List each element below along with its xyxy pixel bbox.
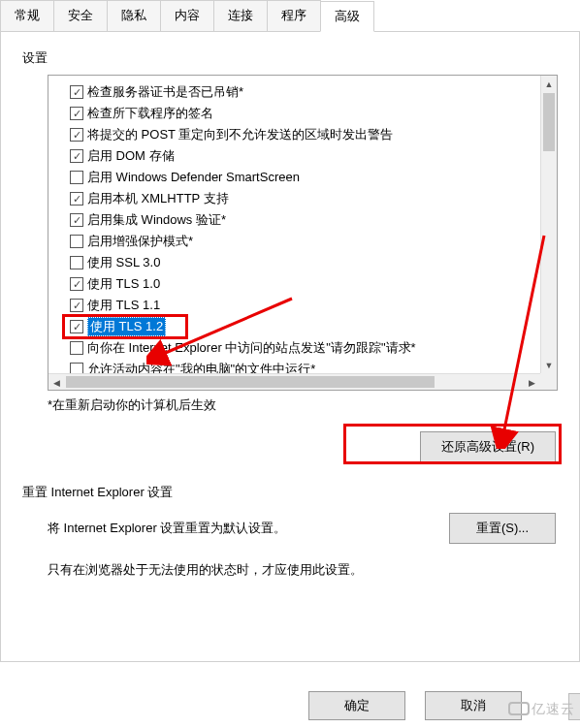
settings-listbox[interactable]: 检查服务器证书是否已吊销* 检查所下载程序的签名 将提交的 POST 重定向到不…: [48, 75, 558, 391]
scroll-right-icon[interactable]: ▶: [524, 374, 540, 391]
list-item[interactable]: 启用增强保护模式*: [68, 231, 557, 252]
horizontal-scrollbar[interactable]: ◀ ▶: [48, 373, 540, 390]
checkbox-icon[interactable]: [70, 85, 83, 99]
tab-privacy[interactable]: 隐私: [107, 0, 161, 31]
tab-content[interactable]: 内容: [160, 0, 214, 31]
checkbox-icon[interactable]: [70, 128, 83, 142]
checkbox-icon[interactable]: [70, 299, 83, 312]
reset-info: 只有在浏览器处于无法使用的状态时，才应使用此设置。: [48, 561, 558, 579]
vertical-scrollbar[interactable]: ▲ ▼: [540, 76, 557, 373]
checkbox-icon[interactable]: [70, 341, 83, 355]
checkbox-icon[interactable]: [70, 256, 83, 269]
watermark: 亿速云: [508, 700, 575, 718]
list-item-tls12[interactable]: 使用 TLS 1.2: [68, 316, 557, 337]
scroll-left-icon[interactable]: ◀: [48, 375, 65, 392]
list-item[interactable]: 向你在 Internet Explorer 中访问的站点发送"请勿跟踪"请求*: [68, 337, 557, 359]
dialog-button-row: 确定 取消: [308, 691, 522, 720]
checkbox-label: 将提交的 POST 重定向到不允许发送的区域时发出警告: [87, 126, 393, 143]
checkbox-label: 启用本机 XMLHTTP 支持: [87, 190, 229, 207]
restore-advanced-button[interactable]: 还原高级设置(R): [420, 431, 556, 462]
checkbox-icon[interactable]: [70, 213, 83, 227]
tab-programs[interactable]: 程序: [267, 0, 321, 31]
reset-description: 将 Internet Explorer 设置重置为默认设置。: [48, 520, 286, 537]
list-item[interactable]: 检查服务器证书是否已吊销*: [68, 81, 557, 103]
checkbox-label: 启用 DOM 存储: [87, 147, 175, 165]
checkbox-label: 启用增强保护模式*: [87, 233, 193, 250]
tab-connections[interactable]: 连接: [213, 0, 268, 31]
scroll-thumb[interactable]: [66, 376, 435, 388]
list-item[interactable]: 使用 TLS 1.0: [68, 273, 557, 295]
scroll-up-icon[interactable]: ▲: [541, 76, 557, 92]
restart-note: *在重新启动你的计算机后生效: [48, 396, 558, 414]
checkbox-label: 向你在 Internet Explorer 中访问的站点发送"请勿跟踪"请求*: [87, 339, 416, 357]
cancel-button[interactable]: 取消: [425, 691, 522, 720]
checkbox-label: 使用 SSL 3.0: [87, 254, 160, 271]
watermark-icon: [508, 702, 530, 715]
checkbox-icon[interactable]: [70, 277, 83, 291]
scroll-corner: [540, 373, 557, 390]
checkbox-label: 检查服务器证书是否已吊销*: [87, 83, 243, 101]
list-item[interactable]: 启用 DOM 存储: [68, 145, 557, 167]
list-item[interactable]: 启用集成 Windows 验证*: [68, 209, 557, 231]
advanced-panel: 设置 检查服务器证书是否已吊销* 检查所下载程序的签名 将提交的 POST 重定…: [0, 32, 580, 662]
scroll-thumb[interactable]: [543, 93, 555, 151]
ok-button[interactable]: 确定: [308, 691, 405, 720]
list-item[interactable]: 检查所下载程序的签名: [68, 103, 557, 124]
checkbox-label: 启用集成 Windows 验证*: [87, 211, 226, 229]
checkbox-icon[interactable]: [70, 235, 83, 248]
tab-security[interactable]: 安全: [53, 0, 108, 31]
scroll-down-icon[interactable]: ▼: [541, 357, 557, 373]
reset-button[interactable]: 重置(S)...: [449, 513, 556, 544]
list-item[interactable]: 启用 Windows Defender SmartScreen: [68, 167, 557, 188]
list-item[interactable]: 使用 SSL 3.0: [68, 252, 557, 273]
settings-label: 设置: [22, 49, 558, 67]
list-item[interactable]: 使用 TLS 1.1: [68, 295, 557, 316]
list-item[interactable]: 启用本机 XMLHTTP 支持: [68, 188, 557, 209]
tab-advanced[interactable]: 高级: [320, 1, 374, 32]
tab-general[interactable]: 常规: [0, 0, 54, 31]
checkbox-icon[interactable]: [70, 149, 83, 163]
tab-strip: 常规 安全 隐私 内容 连接 程序 高级: [0, 0, 580, 32]
checkbox-label: 使用 TLS 1.2: [87, 317, 166, 336]
checkbox-label: 使用 TLS 1.1: [87, 297, 160, 314]
checkbox-label: 启用 Windows Defender SmartScreen: [87, 169, 300, 186]
checkbox-icon[interactable]: [70, 320, 83, 333]
reset-group-label: 重置 Internet Explorer 设置: [22, 484, 558, 501]
settings-list-content: 检查服务器证书是否已吊销* 检查所下载程序的签名 将提交的 POST 重定向到不…: [48, 76, 557, 386]
checkbox-label: 使用 TLS 1.0: [87, 275, 160, 293]
checkbox-icon[interactable]: [70, 107, 83, 120]
checkbox-icon[interactable]: [70, 171, 83, 184]
checkbox-label: 检查所下载程序的签名: [87, 105, 213, 122]
checkbox-icon[interactable]: [70, 192, 83, 206]
list-item[interactable]: 将提交的 POST 重定向到不允许发送的区域时发出警告: [68, 124, 557, 145]
